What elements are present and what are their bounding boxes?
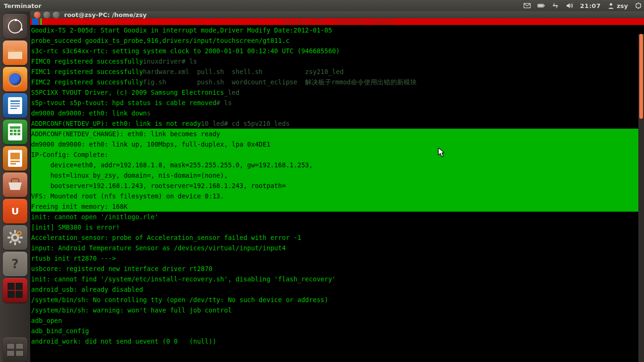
term-line: adb_bind_config xyxy=(31,327,89,335)
window-close-button[interactable] xyxy=(34,12,41,18)
unity-launcher: U ? xyxy=(0,11,30,362)
term-line: s3c-rtc s3c64xx-rtc: setting system cloc… xyxy=(31,47,340,55)
ghost-text: s xyxy=(147,109,151,117)
term-line: android_usb: already disabled xyxy=(31,286,143,293)
term-line: FIMC0 registered successfully xyxy=(31,58,143,65)
launcher-firefox[interactable] xyxy=(3,67,27,91)
scrollbar-thumb[interactable] xyxy=(639,34,643,119)
window-maximize-button[interactable] xyxy=(53,12,59,18)
launcher-workspace-switcher[interactable] xyxy=(3,337,27,362)
svg-rect-11 xyxy=(10,126,20,129)
launcher-help[interactable]: ? xyxy=(3,252,27,276)
term-line: [init] SMB380 is error! xyxy=(31,223,120,231)
launcher-writer[interactable] xyxy=(3,93,27,118)
svg-rect-19 xyxy=(10,153,20,159)
svg-rect-9 xyxy=(10,108,17,109)
term-line: S5PC1XX TVOUT Driver, (c) 2009 Samsung E… xyxy=(31,89,224,96)
svg-rect-26 xyxy=(20,237,23,239)
svg-rect-16 xyxy=(14,133,17,135)
svg-rect-1 xyxy=(544,5,545,6)
session-icon[interactable] xyxy=(635,2,642,9)
svg-rect-2 xyxy=(538,5,543,7)
clock[interactable]: 21:07 xyxy=(580,2,601,9)
network-icon[interactable] xyxy=(552,2,559,9)
term-line-highlight: VFS: Mounted root (nfs filesystem) on de… xyxy=(31,191,643,201)
ghost-text: _led xyxy=(224,89,239,96)
term-line: probe_succeed goodix_ts_probe,916,driver… xyxy=(31,37,289,44)
launcher-files[interactable] xyxy=(3,41,27,65)
active-app-title: Terminator xyxy=(4,2,523,9)
terminator-pane-title: root@zsy-PC: /home/zsy 128x31 xyxy=(281,18,393,25)
terminator-status-bar[interactable]: root@zsy-PC: /home/zsy 128x31 xyxy=(30,18,644,25)
term-line: rtusb init rt2870 ---> xyxy=(31,255,116,262)
term-line: usbcore: registered new interface driver… xyxy=(31,265,213,272)
svg-rect-23 xyxy=(14,230,16,233)
launcher-impress[interactable] xyxy=(3,146,27,171)
terminator-window: root@zsy-PC: /home/zsy root@zsy-PC: /hom… xyxy=(30,11,644,362)
terminal-scrollbar[interactable] xyxy=(638,34,644,362)
svg-rect-20 xyxy=(10,161,20,162)
launcher-calc[interactable] xyxy=(3,120,27,144)
svg-rect-31 xyxy=(9,231,12,235)
user-menu[interactable]: zsy xyxy=(607,2,628,9)
svg-rect-7 xyxy=(10,103,20,104)
launcher-terminator[interactable] xyxy=(3,278,27,303)
term-line: /system/bin/sh: warning: won't have full… xyxy=(31,306,232,314)
mail-icon[interactable] xyxy=(523,2,531,9)
term-line-highlight: IP-Config: Complete: xyxy=(31,149,643,160)
svg-rect-24 xyxy=(14,242,16,245)
term-line: FIMC2 registered successfully xyxy=(31,78,143,86)
volume-icon[interactable] xyxy=(566,2,573,9)
term-line: s5p-tvout s5p-tvout: hpd status is cable… xyxy=(31,99,216,107)
svg-point-34 xyxy=(18,232,20,234)
svg-rect-30 xyxy=(9,240,12,244)
ghost-text: inuxdriver# ls xyxy=(143,58,197,65)
terminator-group-indicator[interactable] xyxy=(32,18,39,25)
user-name: zsy xyxy=(617,2,628,9)
launcher-settings[interactable] xyxy=(3,225,27,250)
ghost-text: hardware.xml pull.sh shell.sh zsy210_led xyxy=(143,68,344,75)
ghost-text: 10_led# cd s5pv210_leds xyxy=(201,120,289,127)
window-titlebar[interactable]: root@zsy-PC: /home/zsy xyxy=(30,11,644,18)
window-minimize-button[interactable] xyxy=(43,12,50,18)
svg-rect-14 xyxy=(17,130,20,132)
launcher-software-center[interactable] xyxy=(3,173,27,197)
window-title: root@zsy-PC: /home/zsy xyxy=(64,11,147,18)
term-line: ADDRCONF(NETDEV_UP): eth0: link is not r… xyxy=(31,120,201,127)
svg-rect-8 xyxy=(10,106,20,107)
ghost-text: fig.sh push.sh wordcount_eclipse 解决板子rmm… xyxy=(143,78,417,86)
term-line: /system/bin/sh: No controlling tty (open… xyxy=(31,296,328,304)
svg-rect-6 xyxy=(10,100,20,102)
term-line-highlight: Freeing init memory: 168K xyxy=(31,201,643,212)
terminal-output[interactable]: Goodix-TS 2-005d: Start Goodix in interr… xyxy=(30,25,644,362)
term-line-highlight: ADDRCONF(NETDEV_CHANGE): eth0: link beco… xyxy=(31,129,643,139)
battery-icon[interactable] xyxy=(537,2,545,9)
svg-rect-21 xyxy=(10,163,16,165)
launcher-dash[interactable] xyxy=(3,14,27,39)
term-line-highlight: host=linux_by_zsy, domain=, nis-domain=(… xyxy=(31,170,643,181)
term-line: android_work: did not send uevent (0 0 (… xyxy=(31,337,216,345)
term-line-highlight: device=eth0, addr=192.168.1.8, mask=255.… xyxy=(31,160,643,170)
svg-rect-17 xyxy=(17,133,20,135)
launcher-ubuntu-one[interactable]: U xyxy=(3,199,27,223)
term-line: input: Android Temperature Sensor as /de… xyxy=(31,244,286,252)
term-line: init: cannot find '/system/etc/install-r… xyxy=(31,275,336,283)
term-line: init: cannot open '/initlogo.rle' xyxy=(31,213,158,221)
terminal-cursor-indicator xyxy=(41,18,41,25)
term-line: adb_open xyxy=(31,317,62,324)
term-line: FIMC1 registered successfully xyxy=(31,68,143,75)
top-panel: Terminator 21:07 zsy xyxy=(0,0,644,11)
term-line: dm9000 dm9000: eth0: link down xyxy=(31,109,147,117)
svg-rect-12 xyxy=(10,130,13,132)
term-line: Goodix-TS 2-005d: Start Goodix in interr… xyxy=(31,26,332,34)
svg-rect-13 xyxy=(14,130,17,132)
svg-rect-15 xyxy=(10,133,13,135)
term-line-highlight: bootserver=192.168.1.243, rootserver=192… xyxy=(31,181,643,191)
term-line: Acceleration_sensor: probe of Accelerati… xyxy=(31,234,301,241)
svg-point-27 xyxy=(13,236,17,239)
svg-rect-25 xyxy=(8,237,10,239)
system-tray: 21:07 zsy xyxy=(523,2,642,9)
term-line-highlight: dm9000 dm9000: eth0: link up, 100Mbps, f… xyxy=(31,139,643,149)
svg-rect-32 xyxy=(18,240,21,244)
svg-point-3 xyxy=(610,3,612,6)
